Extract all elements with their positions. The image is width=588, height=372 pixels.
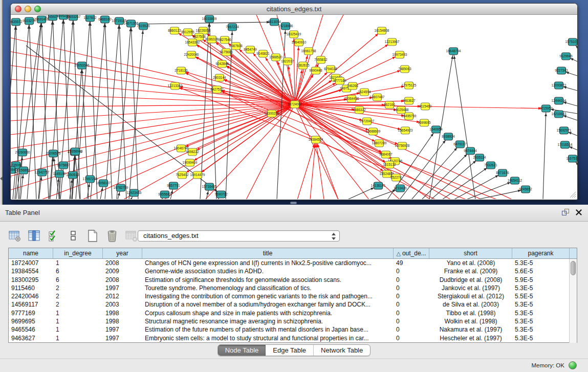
resize-grip-icon[interactable] (570, 192, 576, 198)
graph-edge[interactable] (11, 104, 295, 148)
graph-edge[interactable] (91, 19, 105, 199)
graph-edge[interactable] (429, 51, 453, 199)
column-header-short[interactable]: short (429, 248, 512, 258)
graph-node-label: 20260650 (15, 150, 30, 154)
graph-edge[interactable] (466, 181, 515, 199)
table-panel-header: Table Panel (0, 205, 588, 222)
zoom-button[interactable] (34, 6, 41, 12)
edge-arrowhead (101, 188, 103, 191)
graph-edge[interactable] (316, 140, 324, 199)
column-header-name[interactable]: name (9, 248, 53, 258)
graph-edge[interactable] (119, 21, 126, 199)
graph-node-label: 1527602 (83, 16, 97, 19)
table-settings-icon[interactable] (8, 229, 21, 243)
cell: 0 (394, 284, 429, 292)
table-selector-dropdown[interactable]: citations_edges.txt (138, 230, 340, 242)
cell: Estimation of the future numbers of pati… (142, 325, 394, 334)
graph-edge[interactable] (105, 19, 112, 199)
graph-node-label: 7515526 (137, 24, 150, 28)
citation-network-graph[interactable]: 1872400794355729103279206914061745927785… (11, 15, 577, 199)
network-canvas[interactable]: 1872400794355729103279206914061745927785… (11, 15, 577, 199)
table-row[interactable]: 1456911722003Disruption of a novel membe… (9, 300, 570, 309)
cell: 1 (53, 334, 103, 342)
table-scrollbar[interactable] (569, 259, 577, 343)
cell: Tibbo et al. (1998) (429, 309, 512, 317)
graph-node-label: 19099469 (183, 161, 198, 164)
cell: 2003 (103, 300, 142, 309)
graph-node-label: 17957255 (83, 177, 98, 181)
delete-table-icon[interactable] (105, 229, 119, 243)
column-header-title[interactable]: title (142, 248, 394, 258)
merge-rows-icon[interactable] (67, 229, 80, 243)
graph-edge[interactable] (543, 108, 546, 199)
graph-node-label: 1145190 (53, 172, 66, 176)
table-row[interactable]: 1938455462009Genome-wide association stu… (9, 267, 570, 275)
graph-edge[interactable] (117, 24, 131, 199)
graph-edge[interactable] (131, 24, 138, 199)
graph-node-label: 18724007 (288, 102, 302, 106)
close-panel-icon[interactable] (576, 209, 582, 215)
graph-edge[interactable] (205, 104, 295, 199)
float-panel-icon[interactable] (562, 209, 570, 215)
edge-arrowhead (576, 46, 577, 49)
graph-node-label: 7486322 (353, 108, 366, 112)
cell: 5.9E-5 (512, 276, 570, 284)
cell: 1997 (103, 325, 142, 334)
scrollbar-thumb[interactable] (571, 261, 576, 275)
graph-edge[interactable] (76, 18, 90, 199)
table-row[interactable]: 1830029562008Estimation of significance … (9, 276, 570, 284)
graph-edge[interactable] (453, 51, 475, 199)
cell: 6 (53, 267, 103, 275)
tab-network-table[interactable]: Network Table (314, 345, 370, 356)
import-table-disabled-icon[interactable] (125, 229, 138, 243)
tab-node-table[interactable]: Node Table (218, 345, 266, 356)
panel-collapse-icon[interactable] (0, 177, 3, 181)
cell: Changes of HCN gene expression and I(f) … (142, 259, 394, 267)
window-titlebar[interactable]: citations_edges.txt (11, 4, 577, 15)
graph-edge[interactable] (90, 18, 97, 199)
table-row[interactable]: 2242004622012Investigating the contribut… (9, 292, 570, 300)
table-row[interactable]: 969969511998Structural magnetic resonanc… (9, 317, 570, 325)
graph-edge[interactable] (198, 104, 295, 175)
cell: 5.6E-5 (512, 267, 570, 275)
new-table-icon[interactable] (86, 229, 99, 243)
column-header-in_degree[interactable]: in_degree (53, 248, 103, 258)
table-row[interactable]: 946362711997Embryonic stem cells: a mode… (9, 334, 570, 342)
cytoscape-desktop: citations_edges.txt 18724007943557291032… (0, 0, 588, 205)
graph-edge[interactable] (188, 32, 295, 104)
graph-node-label: 6794028 (324, 67, 337, 71)
graph-node-label: 8454749 (244, 48, 257, 51)
column-header-out_de[interactable]: △out_de... (394, 248, 429, 258)
graph-node-label: 13756928 (395, 144, 410, 147)
edge-arrowhead (231, 32, 233, 35)
graph-node-label: 15716485 (202, 185, 217, 188)
graph-node-label: 1167533 (567, 157, 577, 160)
panel-splitter-handle[interactable] (290, 202, 297, 204)
cell: 2008 (103, 259, 142, 267)
close-button[interactable] (15, 6, 21, 12)
graph-edge[interactable] (181, 104, 295, 148)
graph-edge[interactable] (295, 51, 309, 104)
table-row[interactable]: 946554611997Estimation of the future num… (9, 325, 570, 334)
table-row[interactable]: 977716911998Corpus callosum shape and si… (9, 309, 570, 317)
graph-node-label: 7955812 (314, 58, 328, 61)
graph-node-label: 10688609 (366, 129, 381, 133)
cell: 9463627 (9, 334, 53, 342)
column-header-year[interactable]: year (103, 248, 142, 258)
graph-edge[interactable] (105, 21, 119, 199)
table-row[interactable]: 1872400712008Changes of HCN gene express… (9, 259, 570, 267)
tab-edge-table[interactable]: Edge Table (266, 345, 314, 356)
column-visibility-icon[interactable] (28, 229, 41, 243)
row-check-icon[interactable] (47, 229, 60, 243)
graph-edge[interactable] (246, 104, 295, 199)
graph-edge[interactable] (11, 104, 295, 135)
table-toolbar: f(x) (8, 227, 158, 245)
minimize-button[interactable] (25, 6, 31, 12)
graph-node-label: 9975887 (57, 163, 70, 167)
graph-node-label: 19358943 (68, 149, 83, 153)
graph-edge[interactable] (11, 104, 295, 176)
left-panel-strip (0, 0, 3, 205)
table-row[interactable]: 911546021997Tourette syndrome. Phenomeno… (9, 284, 570, 292)
cell: Investigating the contribution of common… (142, 292, 394, 300)
column-header-pagerank[interactable]: pagerank (512, 248, 570, 258)
